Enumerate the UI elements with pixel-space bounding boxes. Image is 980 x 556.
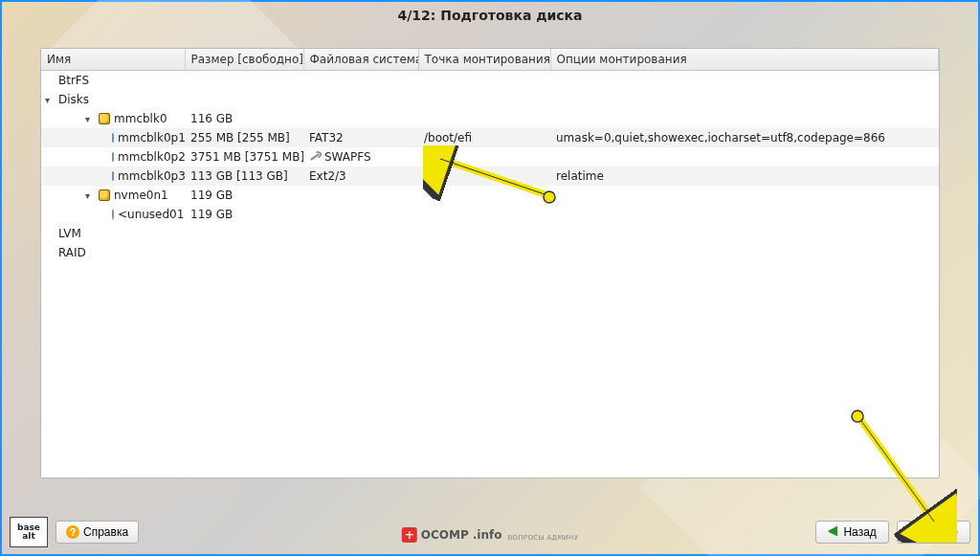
tree-label: mmcblk0p3 xyxy=(118,169,185,183)
disk-icon xyxy=(99,189,110,201)
tree-row-raid[interactable]: RAID xyxy=(41,243,939,262)
tree-row-nvme0n1[interactable]: ▾ nvme0n1 119 GB xyxy=(41,186,939,205)
wrench-icon xyxy=(309,151,321,163)
mount-value: /boot/efi xyxy=(418,131,550,145)
next-button[interactable]: ⯈ Далее xyxy=(897,521,970,544)
installer-window: 4/12: Подготовка диска Имя Размер [свобо… xyxy=(0,0,980,556)
disk-icon xyxy=(99,113,110,124)
opts-value: relatime xyxy=(550,169,939,183)
partition-icon xyxy=(112,171,114,181)
size-value: 255 MB [255 MB] xyxy=(185,131,303,145)
back-button[interactable]: ⯇ Назад xyxy=(815,521,888,544)
help-icon: ? xyxy=(66,525,79,539)
chevron-down-icon[interactable]: ▾ xyxy=(85,190,95,201)
tree-label: Disks xyxy=(58,93,89,106)
tree-label: RAID xyxy=(58,246,86,259)
tree-row-unused[interactable]: <unused011> 119 GB xyxy=(41,205,939,224)
footer-bar: base alt ? Справка ⯇ Назад ⯈ Далее xyxy=(10,518,970,546)
size-value: 116 GB xyxy=(185,112,303,125)
tree-label: BtrFS xyxy=(58,74,89,87)
logo-text-bot: alt xyxy=(22,532,34,541)
tree-label: mmcblk0 xyxy=(114,112,167,125)
size-value: 113 GB [113 GB] xyxy=(185,169,303,183)
col-header-mount[interactable]: Точка монтирования xyxy=(418,49,550,71)
partition-icon xyxy=(112,133,114,143)
tree-row-mmcblk0p3[interactable]: mmcblk0p3 113 GB [113 GB] Ext2/3 / relat… xyxy=(41,167,939,186)
tree-row-lvm[interactable]: LVM xyxy=(41,224,939,243)
next-label: Далее xyxy=(924,525,958,539)
col-header-size[interactable]: Размер [свободно] xyxy=(185,49,303,71)
tree-row-disks[interactable]: ▾ Disks xyxy=(41,90,939,109)
disk-tree-rows: BtrFS ▾ Disks ▾ mmcblk0 116 GB xyxy=(41,71,939,262)
tree-row-btrfs[interactable]: BtrFS xyxy=(41,71,939,90)
fs-value: Ext2/3 xyxy=(303,169,418,183)
fs-value: FAT32 xyxy=(303,131,418,145)
help-button[interactable]: ? Справка xyxy=(56,521,139,544)
page-title: 4/12: Подготовка диска xyxy=(2,2,978,31)
help-label: Справка xyxy=(83,525,128,539)
tree-row-mmcblk0p1[interactable]: mmcblk0p1 255 MB [255 MB] FAT32 /boot/ef… xyxy=(41,128,939,147)
partition-icon xyxy=(112,152,114,162)
back-label: Назад xyxy=(843,525,876,539)
size-value: 119 GB xyxy=(185,189,303,202)
tree-label: nvme0n1 xyxy=(114,189,168,202)
chevron-right-icon: ⯈ xyxy=(909,525,921,539)
col-header-name[interactable]: Имя xyxy=(41,49,185,71)
chevron-down-icon[interactable]: ▾ xyxy=(45,95,55,105)
distro-logo: base alt xyxy=(10,517,48,547)
tree-label: mmcblk0p1 xyxy=(118,131,185,145)
chevron-left-icon: ⯇ xyxy=(828,525,839,539)
fs-value: SWAPFS xyxy=(324,150,371,164)
col-header-fs[interactable]: Файловая система xyxy=(303,49,418,71)
disk-tree-header: Имя Размер [свободно] Файловая система Т… xyxy=(41,49,939,71)
unused-space-icon xyxy=(112,209,114,220)
opts-value: umask=0,quiet,showexec,iocharset=utf8,co… xyxy=(550,131,939,145)
mount-value: / xyxy=(418,169,550,183)
disk-tree-panel: Имя Размер [свободно] Файловая система Т… xyxy=(40,48,940,478)
col-header-opts[interactable]: Опции монтирования xyxy=(550,49,939,71)
tree-label: LVM xyxy=(58,227,81,240)
chevron-down-icon[interactable]: ▾ xyxy=(85,114,95,124)
tree-row-mmcblk0[interactable]: ▾ mmcblk0 116 GB xyxy=(41,109,939,128)
tree-label: mmcblk0p2 xyxy=(118,150,185,164)
tree-label: <unused011> xyxy=(118,208,185,221)
tree-row-mmcblk0p2[interactable]: mmcblk0p2 3751 MB [3751 MB] SWAPFS xyxy=(41,147,939,167)
size-value: 119 GB xyxy=(185,208,303,221)
size-value: 3751 MB [3751 MB] xyxy=(185,150,303,164)
